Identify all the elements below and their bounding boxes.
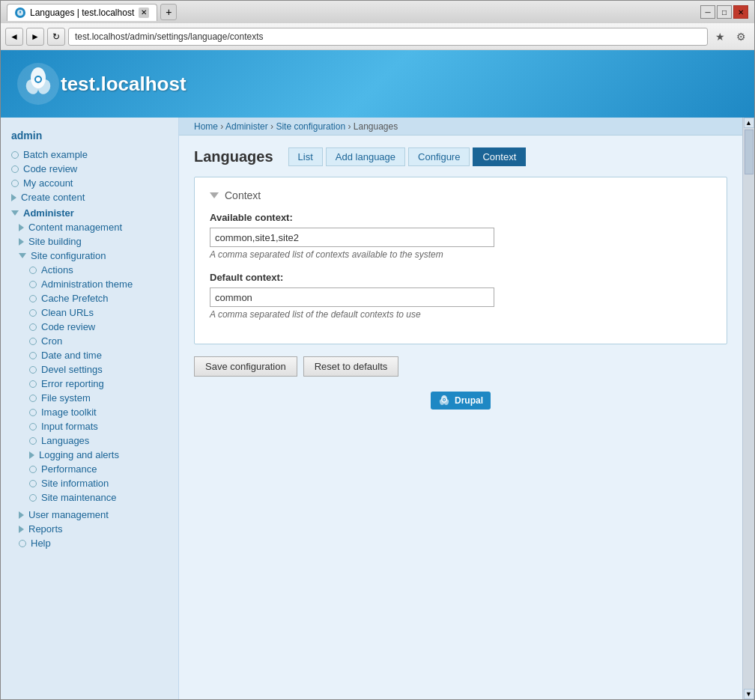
sidebar-link-image-toolkit[interactable]: Image toolkit [41,407,97,418]
sidebar-item-file-system[interactable]: File system [1,391,178,405]
sidebar-link-clean-urls[interactable]: Clean URLs [41,307,94,318]
sidebar-item-devel-settings[interactable]: Devel settings [1,362,178,377]
sidebar-sub-site-configuration[interactable]: Site configuration [1,249,178,263]
sidebar-item-site-information[interactable]: Site information [1,476,178,490]
drupal-logo-icon [438,395,450,407]
tools-btn[interactable]: ⚙ [732,28,750,46]
sidebar-item-logging-alerts[interactable]: Logging and alerts [1,448,178,462]
bullet-icon [29,338,37,345]
tab-list[interactable]: List [288,147,323,166]
sidebar-link-input-formats[interactable]: Input formats [41,421,98,432]
sidebar-link-logging-alerts[interactable]: Logging and alerts [39,449,119,460]
sidebar-item-languages[interactable]: Languages [1,433,178,448]
bookmark-btn[interactable]: ★ [711,28,729,46]
sidebar-item-cron[interactable]: Cron [1,334,178,348]
browser-tab[interactable]: Languages | test.localhost ✕ [7,4,157,21]
close-btn[interactable]: ✕ [733,5,748,19]
site-header: test.localhost [1,50,754,118]
sidebar-link-site-maintenance[interactable]: Site maintenance [41,492,116,503]
reload-btn[interactable]: ↻ [47,28,65,46]
sidebar-item-my-account[interactable]: My account [1,176,178,190]
sidebar-link-site-information[interactable]: Site information [41,478,109,489]
scroll-down-btn[interactable]: ▼ [744,689,754,699]
sidebar-sub-site-building[interactable]: Site building [1,234,178,249]
sidebar-link-performance[interactable]: Performance [41,463,97,475]
bullet-icon [11,151,19,159]
forward-btn[interactable]: ► [26,28,44,46]
bullet-icon [29,437,37,445]
back-btn[interactable]: ◄ [5,28,23,46]
breadcrumb-administer[interactable]: Administer [225,121,268,132]
title-bar: Languages | test.localhost ✕ + ─ □ ✕ [1,1,754,23]
content-area: Languages List Add language Configure Co… [179,136,742,436]
sidebar-sub-reports[interactable]: Reports [1,522,178,536]
sidebar-item-error-reporting[interactable]: Error reporting [1,377,178,391]
sidebar-link-content-management[interactable]: Content management [28,222,122,233]
tab-context[interactable]: Context [473,147,526,166]
collapse-icon[interactable] [210,192,219,198]
sidebar-link-date-time[interactable]: Date and time [41,350,102,361]
sidebar-item-performance[interactable]: Performance [1,462,178,476]
sidebar-link-admin-theme[interactable]: Administration theme [41,279,133,290]
available-context-help: A comma separated list of contexts avail… [210,249,712,260]
sidebar-section-administer[interactable]: Administer [1,204,178,220]
address-bar[interactable]: test.localhost/admin/settings/language/c… [68,28,708,46]
breadcrumb-sep3: › [348,121,351,132]
svg-point-11 [443,399,445,401]
sidebar-link-batch[interactable]: Batch example [23,149,88,160]
breadcrumb-current: Languages [354,121,398,132]
sidebar-link-user-management[interactable]: User management [28,509,109,520]
default-context-help: A comma separated list of the default co… [210,309,712,320]
sidebar-item-actions[interactable]: Actions [1,263,178,277]
breadcrumb-home[interactable]: Home [194,121,218,132]
default-context-input[interactable] [210,287,494,307]
drupal-page: test.localhost admin Batch example Code … [1,50,754,699]
tab-close-btn[interactable]: ✕ [139,7,149,18]
tab-configure[interactable]: Configure [408,147,470,166]
sidebar-sub-user-management[interactable]: User management [1,508,178,522]
sidebar-link-languages[interactable]: Languages [41,435,89,446]
scroll-up-btn[interactable]: ▲ [744,118,754,128]
sidebar-item-batch[interactable]: Batch example [1,147,178,162]
sidebar-item-image-toolkit[interactable]: Image toolkit [1,405,178,419]
sidebar-item-create-content[interactable]: Create content [1,190,178,204]
sidebar-sub-content-management[interactable]: Content management [1,220,178,234]
sidebar-link-code-review[interactable]: Code review [23,163,77,174]
available-context-input[interactable] [210,228,494,247]
reset-defaults-btn[interactable]: Reset to defaults [303,356,399,377]
sidebar-link-error-reporting[interactable]: Error reporting [41,378,104,389]
sidebar-item-code-review2[interactable]: Code review [1,320,178,334]
sidebar-link-cache-prefetch[interactable]: Cache Prefetch [41,293,109,304]
sidebar-link-reports[interactable]: Reports [28,523,63,535]
sidebar-link-devel-settings[interactable]: Devel settings [41,364,103,375]
page-tabs: List Add language Configure Context [288,147,527,166]
sidebar-link-code-review2[interactable]: Code review [41,321,95,332]
sidebar-sub-help[interactable]: Help [1,536,178,550]
page-header: Languages List Add language Configure Co… [194,147,727,166]
sidebar-link-site-configuration[interactable]: Site configuration [31,250,106,261]
minimize-btn[interactable]: ─ [700,5,715,19]
sidebar-link-site-building[interactable]: Site building [28,236,82,247]
sidebar-link-file-system[interactable]: File system [41,392,91,404]
tab-add-language[interactable]: Add language [326,147,405,166]
save-configuration-btn[interactable]: Save configuration [194,356,297,377]
breadcrumb-site-config[interactable]: Site configuration [276,121,345,132]
sidebar-link-actions[interactable]: Actions [41,264,73,276]
maximize-btn[interactable]: □ [717,5,732,19]
sidebar-item-date-time[interactable]: Date and time [1,348,178,362]
sidebar-link-my-account[interactable]: My account [23,177,73,189]
sidebar-item-input-formats[interactable]: Input formats [1,419,178,433]
sidebar-link-help[interactable]: Help [31,538,51,549]
sidebar-item-clean-urls[interactable]: Clean URLs [1,305,178,320]
sidebar-item-site-maintenance[interactable]: Site maintenance [1,490,178,505]
sidebar-item-code-review[interactable]: Code review [1,162,178,176]
scroll-thumb[interactable] [745,130,754,174]
drupal-badge-text: Drupal [455,395,483,406]
bullet-icon [29,409,37,416]
bullet-icon [29,295,37,302]
sidebar-item-admin-theme[interactable]: Administration theme [1,277,178,291]
sidebar-item-cache-prefetch[interactable]: Cache Prefetch [1,291,178,305]
new-tab-btn[interactable]: + [160,4,177,20]
sidebar-link-cron[interactable]: Cron [41,335,62,347]
sidebar-link-create-content[interactable]: Create content [21,192,85,203]
